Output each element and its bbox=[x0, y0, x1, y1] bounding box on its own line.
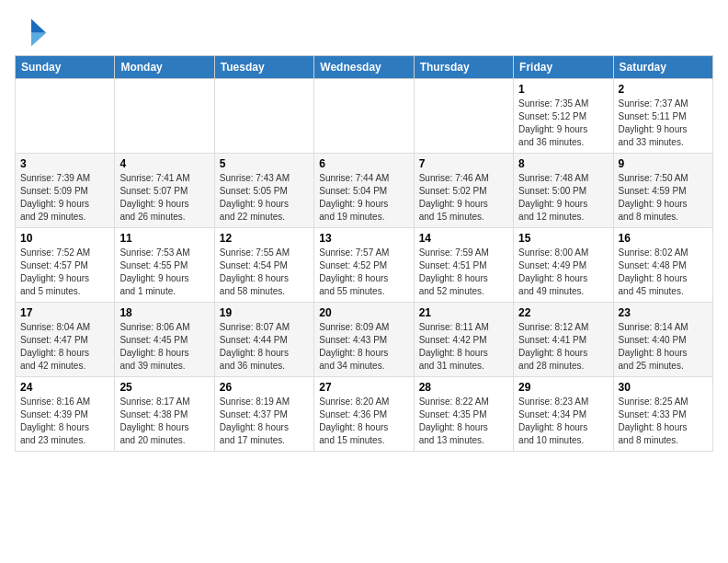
calendar-day-cell: 7Sunrise: 7:46 AM Sunset: 5:02 PM Daylig… bbox=[414, 154, 513, 228]
day-info: Sunrise: 7:43 AM Sunset: 5:05 PM Dayligh… bbox=[220, 172, 309, 224]
day-number: 15 bbox=[518, 232, 608, 245]
day-info: Sunrise: 7:55 AM Sunset: 4:54 PM Dayligh… bbox=[220, 247, 309, 298]
calendar-week-row: 1Sunrise: 7:35 AM Sunset: 5:12 PM Daylig… bbox=[16, 79, 713, 154]
day-number: 30 bbox=[619, 381, 708, 394]
weekday-header-cell: Friday bbox=[514, 56, 613, 79]
day-number: 13 bbox=[319, 232, 408, 245]
calendar-day-cell: 22Sunrise: 8:12 AM Sunset: 4:41 PM Dayli… bbox=[514, 303, 613, 377]
day-info: Sunrise: 8:00 AM Sunset: 4:49 PM Dayligh… bbox=[518, 247, 608, 298]
calendar-day-cell bbox=[414, 79, 513, 154]
weekday-header-cell: Thursday bbox=[414, 56, 513, 79]
day-number: 29 bbox=[518, 381, 608, 394]
weekday-header-cell: Tuesday bbox=[214, 56, 313, 79]
logo-icon bbox=[15, 15, 48, 48]
weekday-header-row: SundayMondayTuesdayWednesdayThursdayFrid… bbox=[16, 56, 713, 79]
day-number: 26 bbox=[220, 381, 309, 394]
day-info: Sunrise: 7:39 AM Sunset: 5:09 PM Dayligh… bbox=[20, 172, 109, 224]
calendar-day-cell bbox=[16, 79, 115, 154]
day-number: 5 bbox=[220, 157, 309, 170]
day-number: 12 bbox=[220, 232, 309, 245]
day-number: 17 bbox=[20, 306, 109, 319]
day-info: Sunrise: 8:20 AM Sunset: 4:36 PM Dayligh… bbox=[319, 396, 408, 447]
calendar-day-cell: 14Sunrise: 7:59 AM Sunset: 4:51 PM Dayli… bbox=[414, 228, 513, 303]
calendar-table: SundayMondayTuesdayWednesdayThursdayFrid… bbox=[15, 55, 713, 452]
day-info: Sunrise: 8:19 AM Sunset: 4:37 PM Dayligh… bbox=[220, 396, 309, 447]
day-number: 22 bbox=[518, 306, 608, 319]
day-info: Sunrise: 7:46 AM Sunset: 5:02 PM Dayligh… bbox=[419, 172, 508, 224]
weekday-header-cell: Sunday bbox=[16, 56, 115, 79]
day-number: 11 bbox=[119, 232, 209, 245]
weekday-header-cell: Saturday bbox=[613, 56, 712, 79]
calendar-day-cell: 15Sunrise: 8:00 AM Sunset: 4:49 PM Dayli… bbox=[514, 228, 613, 303]
day-number: 24 bbox=[20, 381, 109, 394]
calendar-day-cell bbox=[314, 79, 414, 154]
calendar-day-cell: 25Sunrise: 8:17 AM Sunset: 4:38 PM Dayli… bbox=[115, 377, 214, 452]
calendar-day-cell: 9Sunrise: 7:50 AM Sunset: 4:59 PM Daylig… bbox=[613, 154, 712, 228]
calendar-day-cell: 26Sunrise: 8:19 AM Sunset: 4:37 PM Dayli… bbox=[214, 377, 313, 452]
day-info: Sunrise: 7:35 AM Sunset: 5:12 PM Dayligh… bbox=[518, 98, 608, 149]
calendar-day-cell: 13Sunrise: 7:57 AM Sunset: 4:52 PM Dayli… bbox=[314, 228, 414, 303]
day-number: 4 bbox=[119, 157, 209, 170]
day-info: Sunrise: 7:57 AM Sunset: 4:52 PM Dayligh… bbox=[319, 247, 408, 298]
day-info: Sunrise: 7:59 AM Sunset: 4:51 PM Dayligh… bbox=[419, 247, 508, 298]
day-number: 7 bbox=[419, 157, 508, 170]
calendar-day-cell: 3Sunrise: 7:39 AM Sunset: 5:09 PM Daylig… bbox=[16, 154, 115, 228]
calendar-day-cell: 27Sunrise: 8:20 AM Sunset: 4:36 PM Dayli… bbox=[314, 377, 414, 452]
calendar-day-cell: 29Sunrise: 8:23 AM Sunset: 4:34 PM Dayli… bbox=[514, 377, 613, 452]
svg-marker-0 bbox=[31, 19, 46, 33]
day-info: Sunrise: 7:37 AM Sunset: 5:11 PM Dayligh… bbox=[619, 98, 708, 149]
day-number: 1 bbox=[518, 83, 608, 96]
page-header bbox=[15, 15, 713, 48]
day-info: Sunrise: 8:25 AM Sunset: 4:33 PM Dayligh… bbox=[619, 396, 708, 447]
day-info: Sunrise: 8:11 AM Sunset: 4:42 PM Dayligh… bbox=[419, 321, 508, 373]
calendar-day-cell: 20Sunrise: 8:09 AM Sunset: 4:43 PM Dayli… bbox=[314, 303, 414, 377]
day-number: 25 bbox=[119, 381, 209, 394]
calendar-day-cell bbox=[115, 79, 214, 154]
day-info: Sunrise: 8:12 AM Sunset: 4:41 PM Dayligh… bbox=[518, 321, 608, 373]
day-info: Sunrise: 7:50 AM Sunset: 4:59 PM Dayligh… bbox=[619, 172, 708, 224]
calendar-day-cell: 8Sunrise: 7:48 AM Sunset: 5:00 PM Daylig… bbox=[514, 154, 613, 228]
day-info: Sunrise: 7:53 AM Sunset: 4:55 PM Dayligh… bbox=[119, 247, 209, 298]
calendar-day-cell: 4Sunrise: 7:41 AM Sunset: 5:07 PM Daylig… bbox=[115, 154, 214, 228]
weekday-header-cell: Monday bbox=[115, 56, 214, 79]
calendar-day-cell: 16Sunrise: 8:02 AM Sunset: 4:48 PM Dayli… bbox=[613, 228, 712, 303]
calendar-day-cell: 18Sunrise: 8:06 AM Sunset: 4:45 PM Dayli… bbox=[115, 303, 214, 377]
calendar-day-cell: 10Sunrise: 7:52 AM Sunset: 4:57 PM Dayli… bbox=[16, 228, 115, 303]
day-info: Sunrise: 7:41 AM Sunset: 5:07 PM Dayligh… bbox=[119, 172, 209, 224]
day-info: Sunrise: 7:48 AM Sunset: 5:00 PM Dayligh… bbox=[518, 172, 608, 224]
day-info: Sunrise: 7:52 AM Sunset: 4:57 PM Dayligh… bbox=[20, 247, 109, 298]
day-info: Sunrise: 8:02 AM Sunset: 4:48 PM Dayligh… bbox=[619, 247, 708, 298]
day-info: Sunrise: 8:16 AM Sunset: 4:39 PM Dayligh… bbox=[20, 396, 109, 447]
day-number: 9 bbox=[619, 157, 708, 170]
calendar-day-cell: 1Sunrise: 7:35 AM Sunset: 5:12 PM Daylig… bbox=[514, 79, 613, 154]
calendar-day-cell: 24Sunrise: 8:16 AM Sunset: 4:39 PM Dayli… bbox=[16, 377, 115, 452]
logo bbox=[15, 15, 51, 48]
day-number: 21 bbox=[419, 306, 508, 319]
calendar-week-row: 17Sunrise: 8:04 AM Sunset: 4:47 PM Dayli… bbox=[16, 303, 713, 377]
day-info: Sunrise: 8:09 AM Sunset: 4:43 PM Dayligh… bbox=[319, 321, 408, 373]
calendar-day-cell: 28Sunrise: 8:22 AM Sunset: 4:35 PM Dayli… bbox=[414, 377, 513, 452]
calendar-day-cell: 17Sunrise: 8:04 AM Sunset: 4:47 PM Dayli… bbox=[16, 303, 115, 377]
svg-marker-1 bbox=[31, 33, 46, 46]
calendar-week-row: 24Sunrise: 8:16 AM Sunset: 4:39 PM Dayli… bbox=[16, 377, 713, 452]
day-number: 28 bbox=[419, 381, 508, 394]
day-info: Sunrise: 8:14 AM Sunset: 4:40 PM Dayligh… bbox=[619, 321, 708, 373]
weekday-header-cell: Wednesday bbox=[314, 56, 414, 79]
calendar-day-cell: 12Sunrise: 7:55 AM Sunset: 4:54 PM Dayli… bbox=[214, 228, 313, 303]
day-number: 18 bbox=[119, 306, 209, 319]
day-info: Sunrise: 8:23 AM Sunset: 4:34 PM Dayligh… bbox=[518, 396, 608, 447]
calendar-day-cell: 19Sunrise: 8:07 AM Sunset: 4:44 PM Dayli… bbox=[214, 303, 313, 377]
day-info: Sunrise: 8:22 AM Sunset: 4:35 PM Dayligh… bbox=[419, 396, 508, 447]
day-number: 19 bbox=[220, 306, 309, 319]
calendar-day-cell bbox=[214, 79, 313, 154]
day-number: 6 bbox=[319, 157, 408, 170]
day-info: Sunrise: 8:07 AM Sunset: 4:44 PM Dayligh… bbox=[220, 321, 309, 373]
calendar-day-cell: 11Sunrise: 7:53 AM Sunset: 4:55 PM Dayli… bbox=[115, 228, 214, 303]
day-number: 14 bbox=[419, 232, 508, 245]
day-number: 10 bbox=[20, 232, 109, 245]
calendar-day-cell: 6Sunrise: 7:44 AM Sunset: 5:04 PM Daylig… bbox=[314, 154, 414, 228]
calendar-day-cell: 5Sunrise: 7:43 AM Sunset: 5:05 PM Daylig… bbox=[214, 154, 313, 228]
calendar-day-cell: 23Sunrise: 8:14 AM Sunset: 4:40 PM Dayli… bbox=[613, 303, 712, 377]
day-info: Sunrise: 7:44 AM Sunset: 5:04 PM Dayligh… bbox=[319, 172, 408, 224]
day-info: Sunrise: 8:17 AM Sunset: 4:38 PM Dayligh… bbox=[119, 396, 209, 447]
